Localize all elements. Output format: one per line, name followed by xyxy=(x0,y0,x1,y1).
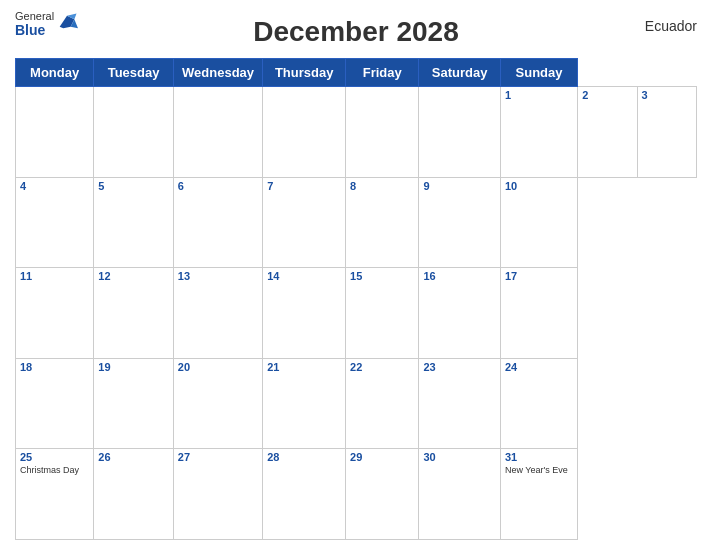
weekday-header-row: MondayTuesdayWednesdayThursdayFridaySatu… xyxy=(16,59,697,87)
day-number: 10 xyxy=(505,180,573,192)
logo-blue-text: Blue xyxy=(15,22,54,38)
day-number: 9 xyxy=(423,180,495,192)
day-number: 12 xyxy=(98,270,169,282)
calendar-day-cell: 20 xyxy=(173,358,262,449)
day-number: 5 xyxy=(98,180,169,192)
day-number: 30 xyxy=(423,451,495,463)
calendar-day-cell: 27 xyxy=(173,449,262,540)
day-number: 3 xyxy=(642,89,692,101)
calendar-day-cell: 7 xyxy=(263,177,346,268)
calendar-week-row: 45678910 xyxy=(16,177,697,268)
weekday-header-monday: Monday xyxy=(16,59,94,87)
calendar-day-cell: 2 xyxy=(578,87,637,178)
day-number: 1 xyxy=(505,89,573,101)
day-number: 31 xyxy=(505,451,573,463)
day-number: 22 xyxy=(350,361,414,373)
weekday-header-friday: Friday xyxy=(346,59,419,87)
day-number: 15 xyxy=(350,270,414,282)
day-number: 23 xyxy=(423,361,495,373)
calendar-day-cell: 1 xyxy=(500,87,577,178)
weekday-header-tuesday: Tuesday xyxy=(94,59,174,87)
calendar-day-cell xyxy=(346,87,419,178)
day-number: 4 xyxy=(20,180,89,192)
day-number: 13 xyxy=(178,270,258,282)
logo-bird-icon xyxy=(56,12,78,34)
day-number: 27 xyxy=(178,451,258,463)
weekday-header-wednesday: Wednesday xyxy=(173,59,262,87)
calendar-day-cell xyxy=(173,87,262,178)
calendar-day-cell: 8 xyxy=(346,177,419,268)
calendar-day-cell: 24 xyxy=(500,358,577,449)
day-number: 7 xyxy=(267,180,341,192)
calendar-day-cell: 22 xyxy=(346,358,419,449)
weekday-header-thursday: Thursday xyxy=(263,59,346,87)
calendar-header: General Blue December 2028 Ecuador xyxy=(15,10,697,52)
calendar-title: December 2028 xyxy=(253,16,458,48)
day-number: 26 xyxy=(98,451,169,463)
calendar-day-cell: 31New Year's Eve xyxy=(500,449,577,540)
calendar-day-cell xyxy=(419,87,500,178)
calendar-day-cell: 16 xyxy=(419,268,500,359)
day-number: 17 xyxy=(505,270,573,282)
day-number: 18 xyxy=(20,361,89,373)
calendar-day-cell: 18 xyxy=(16,358,94,449)
calendar-day-cell: 4 xyxy=(16,177,94,268)
day-number: 29 xyxy=(350,451,414,463)
calendar-day-cell: 19 xyxy=(94,358,174,449)
calendar-day-cell: 10 xyxy=(500,177,577,268)
calendar-day-cell: 6 xyxy=(173,177,262,268)
calendar-day-cell: 14 xyxy=(263,268,346,359)
calendar-week-row: 11121314151617 xyxy=(16,268,697,359)
logo-general-text: General xyxy=(15,10,54,22)
day-number: 24 xyxy=(505,361,573,373)
calendar-day-cell: 12 xyxy=(94,268,174,359)
logo: General Blue xyxy=(15,10,78,38)
day-number: 19 xyxy=(98,361,169,373)
day-number: 2 xyxy=(582,89,632,101)
calendar-week-row: 123 xyxy=(16,87,697,178)
country-label: Ecuador xyxy=(645,18,697,34)
day-number: 21 xyxy=(267,361,341,373)
calendar-day-cell: 23 xyxy=(419,358,500,449)
calendar-day-cell: 5 xyxy=(94,177,174,268)
day-number: 6 xyxy=(178,180,258,192)
day-event: Christmas Day xyxy=(20,465,89,475)
calendar-day-cell: 29 xyxy=(346,449,419,540)
weekday-header-saturday: Saturday xyxy=(419,59,500,87)
calendar-day-cell: 17 xyxy=(500,268,577,359)
calendar-day-cell: 26 xyxy=(94,449,174,540)
calendar-day-cell: 30 xyxy=(419,449,500,540)
calendar-day-cell: 25Christmas Day xyxy=(16,449,94,540)
calendar-day-cell: 21 xyxy=(263,358,346,449)
calendar-day-cell xyxy=(16,87,94,178)
calendar-day-cell: 15 xyxy=(346,268,419,359)
day-number: 25 xyxy=(20,451,89,463)
calendar-day-cell: 13 xyxy=(173,268,262,359)
day-number: 11 xyxy=(20,270,89,282)
calendar-week-row: 25Christmas Day262728293031New Year's Ev… xyxy=(16,449,697,540)
calendar-day-cell: 9 xyxy=(419,177,500,268)
day-number: 8 xyxy=(350,180,414,192)
day-number: 14 xyxy=(267,270,341,282)
day-number: 16 xyxy=(423,270,495,282)
calendar-day-cell: 3 xyxy=(637,87,696,178)
weekday-header-sunday: Sunday xyxy=(500,59,577,87)
day-number: 28 xyxy=(267,451,341,463)
calendar-table: MondayTuesdayWednesdayThursdayFridaySatu… xyxy=(15,58,697,540)
calendar-day-cell: 11 xyxy=(16,268,94,359)
calendar-week-row: 18192021222324 xyxy=(16,358,697,449)
calendar-day-cell: 28 xyxy=(263,449,346,540)
day-event: New Year's Eve xyxy=(505,465,573,475)
calendar-day-cell xyxy=(263,87,346,178)
day-number: 20 xyxy=(178,361,258,373)
calendar-day-cell xyxy=(94,87,174,178)
